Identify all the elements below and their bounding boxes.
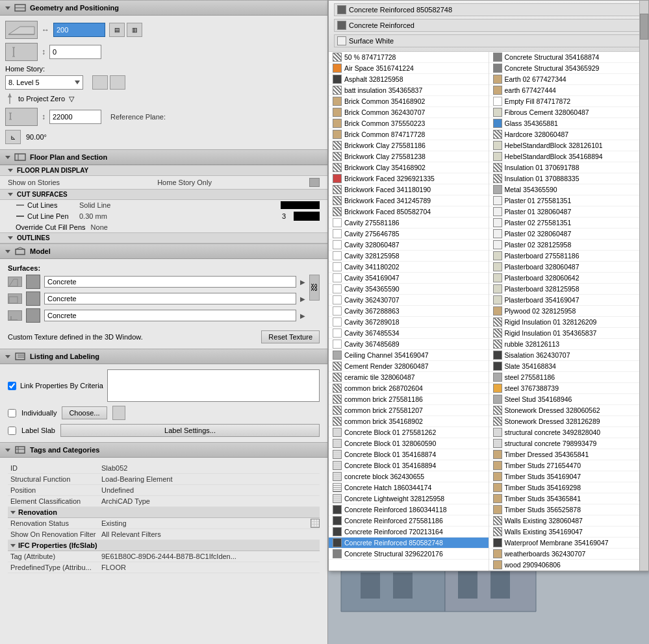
dropdown-item[interactable]: batt insulation 354365837 [329, 85, 489, 96]
dropdown-item[interactable]: Air Space 3516741224 [329, 63, 489, 74]
dropdown-item[interactable]: Concrete Block 01 275581262 [329, 427, 489, 438]
show-icon[interactable] [309, 178, 320, 187]
dropdown-item[interactable]: Plaster 02 275581351 [489, 217, 649, 229]
dropdown-item[interactable]: Concrete Reinforced 1860344118 [329, 504, 489, 515]
dropdown-item[interactable]: Earth 02 677427344 [489, 74, 649, 85]
dropdown-item[interactable]: Timber Studs 356525878 [489, 504, 649, 515]
surface-arrow-2[interactable]: ▶ [300, 295, 305, 303]
dropdown-item[interactable]: common brick 275581207 [329, 405, 489, 416]
choose-extra[interactable] [112, 406, 125, 420]
dropdown-item[interactable]: Plasterboard 328125958 [489, 284, 649, 295]
dropdown-item[interactable]: Cavity 367485534 [329, 328, 489, 339]
fp-icon-1[interactable] [92, 75, 108, 90]
dropdown-item[interactable]: Cavity 275646785 [329, 229, 489, 240]
dropdown-item[interactable]: Cavity 367289018 [329, 317, 489, 328]
dropdown-item[interactable]: steel 3767388739 [489, 383, 649, 394]
dropdown-item[interactable]: Cavity 354365590 [329, 284, 489, 295]
dropdown-item[interactable]: Empty Fill 874717872 [489, 96, 649, 107]
dropdown-item[interactable]: Brickwork Faced 341245789 [329, 195, 489, 206]
dropdown-item[interactable]: weatherboards 362430707 [489, 549, 649, 560]
dropdown-item[interactable]: 50 % 874717728 [329, 52, 489, 63]
scrollbar[interactable] [639, 1, 648, 571]
dropdown-item[interactable]: Slate 354168834 [489, 361, 649, 372]
dropdown-item[interactable]: Cavity 354169047 [329, 273, 489, 284]
label-slab-checkbox[interactable] [8, 427, 16, 435]
reno-status-grid-icon[interactable] [311, 519, 320, 528]
dropdown-item[interactable]: rubble 328126113 [489, 339, 649, 350]
dropdown-item[interactable]: structural concrete 798993479 [489, 438, 649, 449]
dropdown-item[interactable]: Plaster 01 328060487 [489, 206, 649, 217]
dropdown-item[interactable]: Concrete Reinforced 850582748 [329, 538, 489, 549]
dropdown-item[interactable]: Brick Common 354168902 [329, 96, 489, 107]
dropdown-item[interactable]: Brick Common 362430707 [329, 107, 489, 118]
dropdown-item[interactable]: Plasterboard 328060487 [489, 262, 649, 273]
dropdown-item[interactable]: Concrete Structural 354365929 [489, 63, 649, 74]
dropdown-item[interactable]: Plasterboard 275581186 [489, 251, 649, 262]
dropdown-item[interactable]: Cavity 362430707 [329, 295, 489, 306]
dropdown-item[interactable]: common brick 275581186 [329, 394, 489, 405]
dropdown-item[interactable]: common brick 268702604 [329, 383, 489, 394]
dropdown-item[interactable]: Cement Render 328060487 [329, 361, 489, 372]
geometry-section-header[interactable]: Geometry and Positioning [0, 0, 327, 16]
dropdown-item[interactable]: earth 677427444 [489, 85, 649, 96]
dropdown-item[interactable]: Concrete Block 01 354168874 [329, 449, 489, 460]
dropdown-item[interactable]: Concrete Hatch 1860344174 [329, 482, 489, 493]
reset-texture-button[interactable]: Reset Texture [261, 330, 320, 343]
link-props-checkbox[interactable] [8, 382, 16, 390]
surface-name-3[interactable]: Concrete [44, 310, 296, 321]
dropdown-item[interactable]: Brickwork Clay 275581186 [329, 140, 489, 151]
dropdown-item[interactable]: HebelStandardBlock 354168894 [489, 151, 649, 162]
dropdown-item[interactable]: Cavity 328060487 [329, 240, 489, 251]
dropdown-item[interactable]: Walls Existing 354169047 [489, 526, 649, 538]
unit-btn-2[interactable]: ▥ [127, 23, 142, 37]
dropdown-item[interactable]: Brickwork Clay 275581238 [329, 151, 489, 162]
dropdown-item[interactable]: Steel Stud 354168946 [489, 394, 649, 405]
home-story-select[interactable]: 8. Level 5 [5, 75, 83, 90]
dropdown-item[interactable]: Insulation 01 370888335 [489, 173, 649, 184]
model-section-header[interactable]: Model [0, 243, 327, 259]
dropdown-item[interactable]: Timber Dressed 354365841 [489, 449, 649, 460]
dropdown-item[interactable]: steel 275581186 [489, 372, 649, 383]
dropdown-item[interactable]: Asphalt 328125958 [329, 74, 489, 85]
dropdown-item[interactable]: Stonework Dressed 328126289 [489, 416, 649, 427]
dropdown-item[interactable]: Rigid Insulation 01 354365837 [489, 328, 649, 339]
dropdown-item[interactable]: Brickwork Faced 341180190 [329, 184, 489, 195]
criteria-input[interactable] [107, 369, 320, 402]
dropdown-item[interactable]: Cavity 328125958 [329, 251, 489, 262]
dropdown-item[interactable]: Plasterboard 354169047 [489, 295, 649, 306]
width-input[interactable]: 200 [53, 23, 105, 37]
choose-button[interactable]: Choose... [62, 406, 107, 419]
dropdown-item[interactable]: Plaster 02 328060487 [489, 229, 649, 240]
dropdown-item[interactable]: Concrete Structural 3296220176 [329, 549, 489, 560]
dropdown-item[interactable]: Plywood 02 328125958 [489, 306, 649, 317]
dropdown-item[interactable]: Insulation 01 370691788 [489, 162, 649, 173]
dropdown-item[interactable]: Rigid Insulation 01 328126209 [489, 317, 649, 328]
dropdown-item[interactable]: Cavity 367485689 [329, 339, 489, 350]
individually-checkbox[interactable] [8, 409, 16, 417]
fp-icon-2[interactable] [110, 75, 125, 90]
dropdown-item[interactable]: Brickwork Faced 3296921335 [329, 173, 489, 184]
dropdown-item[interactable]: Concrete Structural 354168874 [489, 52, 649, 63]
dropdown-item[interactable]: Timber Studs 354365841 [489, 493, 649, 504]
dropdown-item[interactable]: Concrete Reinforced 720213164 [329, 526, 489, 538]
dropdown-item[interactable]: Brick Common 874717728 [329, 129, 489, 140]
unit-btn-1[interactable]: ▤ [109, 23, 125, 37]
dropdown-item[interactable]: Plaster 02 328125958 [489, 240, 649, 251]
dropdown-item[interactable]: Glass 354365881 [489, 118, 649, 129]
surface-name-2[interactable]: Concrete [44, 293, 296, 304]
tags-section-header[interactable]: Tags and Categories [0, 442, 327, 458]
dropdown-item[interactable]: ceramic tile 328060487 [329, 372, 489, 383]
project-zero-input[interactable]: 22000 [49, 110, 101, 124]
dropdown-item[interactable]: Timber Studs 354169047 [489, 471, 649, 482]
dropdown-item[interactable]: wood 2909406806 [489, 560, 649, 571]
dropdown-top-1[interactable]: Concrete Reinforced 850582748 [334, 3, 643, 16]
surface-arrow-3[interactable]: ▶ [300, 312, 305, 319]
surface-arrow-1[interactable]: ▶ [300, 279, 305, 286]
dropdown-item[interactable]: Cavity 367288863 [329, 306, 489, 317]
dropdown-item[interactable]: Ceiling Channel 354169047 [329, 350, 489, 361]
dropdown-item[interactable]: Stonework Dressed 328060562 [489, 405, 649, 416]
dropdown-item[interactable]: Concrete Block 01 328060590 [329, 438, 489, 449]
listing-section-header[interactable]: Listing and Labeling [0, 349, 327, 364]
label-settings-button[interactable]: Label Settings... [60, 424, 320, 437]
dropdown-item[interactable]: Timber Studs 354169298 [489, 482, 649, 493]
